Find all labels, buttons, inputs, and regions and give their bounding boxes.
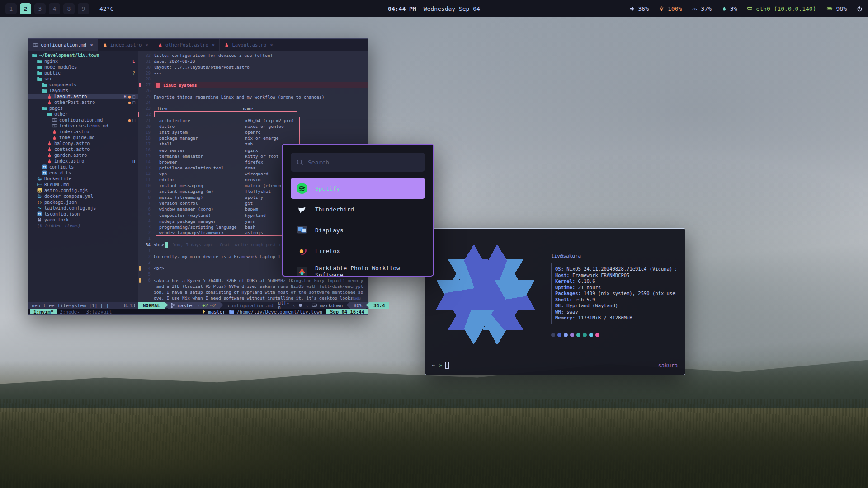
cpu-module[interactable]: 3%: [722, 5, 737, 12]
folder-icon: [42, 82, 47, 87]
tree-item-public[interactable]: public?: [28, 70, 138, 76]
buffer-line[interactable]: 31date: 2024-08-30: [138, 58, 368, 64]
buffer-line[interactable]: 25Favorite things regarding Linux and my…: [138, 94, 368, 100]
buffer-line[interactable]: 28: [138, 76, 368, 82]
table-cell-name: nix or emerge: [242, 135, 300, 141]
tree-item-index.astro[interactable]: index.astroH: [28, 158, 138, 164]
badge: □: [132, 94, 135, 99]
tree-item-otherPost.astro[interactable]: otherPost.astro●□: [28, 99, 138, 105]
close-icon[interactable]: ×: [270, 42, 273, 48]
line-number: 16: [138, 148, 154, 152]
tree-item-tsconfig.json[interactable]: TStsconfig.json: [28, 211, 138, 217]
tree-item-other[interactable]: other: [28, 111, 138, 117]
tmux-window-2node[interactable]: 2:node-: [57, 309, 83, 314]
tmux-window-1nvim[interactable]: 1:nvim*: [30, 309, 57, 314]
fetch-label: Memory:: [555, 315, 575, 321]
astro-file-icon: [47, 159, 52, 164]
tree-item-garden.astro[interactable]: garden.astro: [28, 152, 138, 158]
clock-date: Wednesday Sep 04: [424, 5, 480, 12]
tree-item-tailwind.config.mjs[interactable]: tailwind.config.mjs: [28, 205, 138, 211]
app-item-darktable-photo-workflow-software[interactable]: Darktable Photo Workflow Software: [291, 261, 425, 277]
ts-file-icon: TS: [37, 211, 42, 216]
buffer-line[interactable]: and a 2TB (Crucial P5 Plus) NVMe drive. …: [138, 283, 368, 289]
tree-item-package.json[interactable]: {}package.json: [28, 199, 138, 205]
cpu-value: 3%: [730, 5, 737, 12]
app-label: Spotify: [315, 185, 340, 192]
buffer-line[interactable]: 26: [138, 88, 368, 94]
tree-item-6hiddenitems[interactable]: (6 hidden items): [28, 223, 138, 229]
thunderbird-icon: [296, 203, 308, 215]
brightness-module[interactable]: 100%: [659, 5, 682, 12]
buffer-line[interactable]: 23itemname: [138, 106, 368, 112]
buffer-line[interactable]: 22: [138, 112, 224, 117]
app-item-displays[interactable]: Displays: [291, 220, 425, 240]
tree-item-node_modules[interactable]: node_modules: [28, 64, 138, 70]
table-row: package managernix or emerge: [156, 135, 300, 141]
tree-item-balcony.astro[interactable]: balcony.astro: [28, 141, 138, 146]
buffer-line[interactable]: 20distronixos or gentoo: [138, 123, 368, 129]
tree-item-layouts[interactable]: layouts: [28, 88, 138, 94]
close-icon[interactable]: ×: [90, 42, 93, 48]
workspace-button-9[interactable]: 9: [78, 3, 89, 14]
tree-item-README.md[interactable]: README.md: [28, 182, 138, 188]
app-item-spotify[interactable]: Spotify: [291, 178, 425, 199]
tree-item-docker-compose.yml[interactable]: docker-compose.yml: [28, 193, 138, 199]
statusline: neo-tree filesystem [1] [-] 8:13 NORMAL …: [28, 302, 368, 309]
tmux-window-3lazygit[interactable]: 3:lazygit: [83, 309, 115, 314]
tree-item-nginx[interactable]: nginxE: [28, 58, 138, 64]
tree-item-fediverse-terms.md[interactable]: fediverse-terms.md: [28, 123, 138, 129]
line-number: 10: [138, 183, 154, 188]
close-icon[interactable]: ×: [212, 42, 215, 48]
network-module[interactable]: eth0 (10.0.0.140): [747, 5, 816, 12]
code-text: date: 2024-08-30: [154, 59, 195, 64]
palette-dot-5: [583, 333, 587, 337]
tab-otherPost.astro[interactable]: otherPost.astro×: [153, 39, 220, 51]
buffer-line[interactable]: 19init systemopenrc: [138, 129, 368, 135]
tree-item-contact.astro[interactable]: contact.astro: [28, 146, 138, 152]
separator: ‹: [292, 303, 295, 308]
close-icon[interactable]: ×: [145, 42, 148, 48]
workspace-button-3[interactable]: 3: [34, 3, 46, 14]
tree-item-env.d.ts[interactable]: TSenv.d.ts: [28, 170, 138, 176]
buffer-line[interactable]: 6sakura has a Ryzen 5 7640U, 32GB of DDR…: [138, 277, 368, 283]
line-number: 31: [138, 59, 154, 64]
tab-Layout.astro[interactable]: Layout.astro×: [220, 39, 278, 51]
workspace-button-1[interactable]: 1: [5, 3, 17, 14]
app-item-firefox[interactable]: Firefox: [291, 240, 425, 261]
tree-item-astro.config.mjs[interactable]: JSastro.config.mjs: [28, 188, 138, 193]
tree-item-src[interactable]: src: [28, 76, 138, 82]
app-item-thunderbird[interactable]: Thunderbird: [291, 199, 425, 220]
tree-item-Dockerfile[interactable]: Dockerfile: [28, 176, 138, 182]
power-button[interactable]: [857, 6, 863, 12]
buffer-line[interactable]: ion. I have a setup consisting of Hyprla…: [138, 289, 368, 295]
buffer-line[interactable]: 18package managernix or emerge: [138, 135, 368, 141]
tree-item-tone-guide.md[interactable]: tone-guide.md: [28, 135, 138, 141]
workspace-button-4[interactable]: 4: [49, 3, 60, 14]
buffer-line[interactable]: ove. I use Nix when I need software with…: [138, 295, 368, 301]
buffer-line[interactable]: 32title: configuration for devices i use…: [138, 52, 368, 58]
tree-item-configuration.md[interactable]: configuration.md●□: [28, 117, 138, 123]
tree-item-components[interactable]: components: [28, 82, 138, 88]
buffer-line[interactable]: 24: [138, 100, 368, 106]
disk-module[interactable]: 37%: [692, 5, 711, 12]
battery-module[interactable]: 98%: [826, 5, 847, 12]
workspace-button-8[interactable]: 8: [63, 3, 75, 14]
tree-item-label: configuration.md: [59, 117, 103, 122]
buffer-line[interactable]: 29---: [138, 70, 368, 76]
buffer-line[interactable]: 27Linux systems: [138, 82, 368, 88]
tree-item-yarn.lock[interactable]: yarn.lock: [28, 217, 138, 223]
buffer-line[interactable]: 30layout: ../../layouts/otherPost.astro: [138, 64, 368, 70]
tab-index.astro[interactable]: index.astro×: [98, 39, 153, 51]
tree-item-pages[interactable]: pages: [28, 105, 138, 111]
search-input[interactable]: Search...: [291, 153, 425, 172]
tree-item-config.ts[interactable]: TSconfig.ts: [28, 164, 138, 170]
volume-module[interactable]: 36%: [629, 5, 649, 12]
tab-configuration.md[interactable]: configuration.md×: [28, 39, 98, 51]
tree-item-index.astro[interactable]: index.astro: [28, 129, 138, 135]
tree-item-Layout.astro[interactable]: Layout.astroH●□: [28, 94, 138, 99]
workspace-button-2[interactable]: 2: [20, 3, 31, 14]
buffer-line[interactable]: 21architecturex86_64 (rip m2 pro): [138, 117, 368, 123]
editor-cursor: [165, 242, 168, 248]
tree-item-~Developmentliv.town[interactable]: ~/Development/liv.town: [28, 52, 138, 58]
shell-prompt[interactable]: ~ >: [432, 362, 449, 369]
